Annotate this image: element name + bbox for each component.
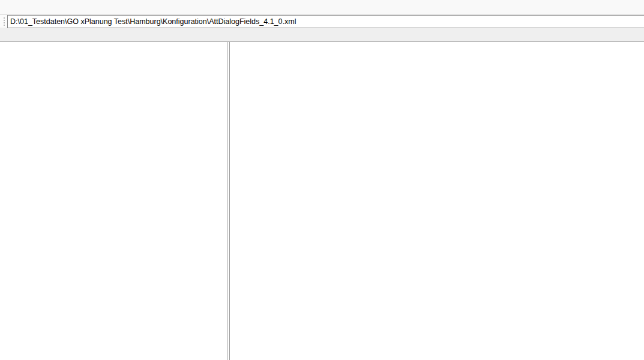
toolbar-grip[interactable] <box>3 17 5 26</box>
tab-strip <box>0 28 644 42</box>
xml-value-pane <box>230 42 644 360</box>
file-path-input[interactable] <box>7 15 644 28</box>
toolbar <box>0 14 644 28</box>
xml-tree-pane <box>0 42 227 360</box>
menu-bar <box>0 0 644 14</box>
main-split <box>0 42 644 360</box>
